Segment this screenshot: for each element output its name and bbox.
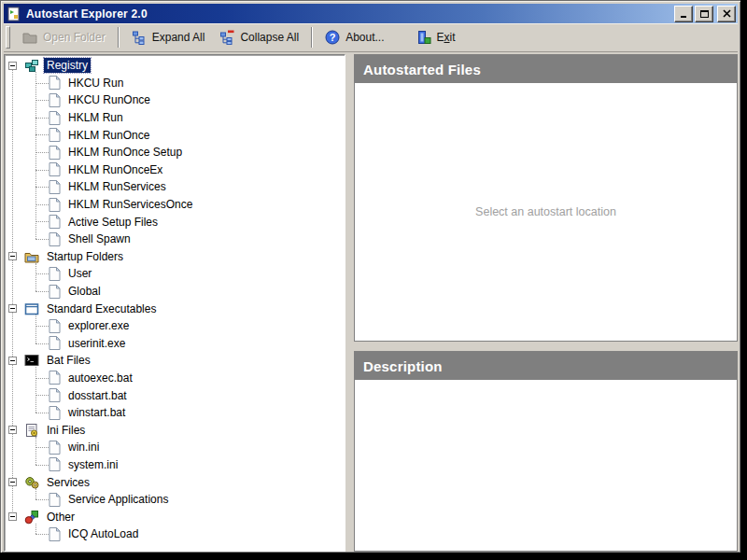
autostart-tree-panel: RegistryHKCU RunHKCU RunOnceHKLM RunHKLM… (4, 54, 345, 552)
autostarted-files-header: Autostarted Files (355, 55, 737, 83)
tree-group-label[interactable]: Ini Files (44, 423, 88, 438)
tree-group-row[interactable]: Standard Executables (5, 300, 345, 317)
maximize-button[interactable] (695, 6, 713, 22)
exit-door-icon (416, 30, 431, 45)
tree-group-label[interactable]: Standard Executables (44, 301, 159, 316)
toolbar-grip[interactable] (6, 26, 10, 49)
tree-item-row[interactable]: dosstart.bat (5, 386, 345, 404)
tree-item-label[interactable]: dosstart.bat (65, 388, 130, 403)
tree-item-row[interactable]: autoexec.bat (5, 370, 345, 387)
tree-item-row[interactable]: winstart.bat (5, 404, 345, 422)
tree-item-label[interactable]: Active Setup Files (65, 215, 161, 230)
title-bar[interactable]: Autostart Explorer 2.0 (4, 4, 738, 23)
expand-collapse-toggle[interactable] (8, 304, 17, 313)
tree-item-row[interactable]: HKLM RunOnce (5, 126, 345, 144)
tree-item-label[interactable]: HKLM Run (65, 110, 126, 125)
tree-connector (35, 170, 49, 171)
page-icon (49, 198, 61, 212)
tree-item-label[interactable]: autoexec.bat (65, 371, 135, 385)
tree-item-row[interactable]: Global (5, 283, 345, 301)
tree-item-label[interactable]: win.ini (65, 440, 102, 455)
tree-group-label[interactable]: Registry (44, 58, 91, 73)
tree-item-row[interactable]: HKCU Run (5, 75, 345, 92)
toolbar-separator (311, 27, 313, 48)
close-button[interactable] (717, 6, 736, 22)
tree-item-label[interactable]: Shell Spawn (65, 231, 134, 246)
tree-item-row[interactable]: HKLM RunOnce Setup (5, 144, 345, 161)
expand-collapse-toggle[interactable] (8, 252, 17, 260)
collapse-all-label: Collapse All (240, 31, 299, 44)
tree-item-row[interactable]: win.ini (5, 439, 345, 456)
tree-group-label[interactable]: Other (44, 510, 78, 525)
expand-collapse-toggle[interactable] (8, 426, 17, 434)
page-icon (49, 388, 61, 402)
tree-item-row[interactable]: HKLM RunServices (5, 178, 345, 196)
tree-group-row[interactable]: Startup Folders (5, 248, 345, 266)
exit-label: Exit (437, 31, 456, 44)
tree-item-row[interactable]: system.ini (5, 456, 345, 474)
gears-icon (24, 475, 39, 490)
tree-item-label[interactable]: HKCU Run (65, 76, 126, 91)
expand-collapse-toggle[interactable] (8, 478, 17, 486)
tree-item-label[interactable]: winstart.bat (65, 405, 128, 420)
tree-item-row[interactable]: HKLM RunOnceEx (5, 161, 345, 179)
vertical-splitter[interactable] (345, 54, 354, 552)
expand-collapse-toggle[interactable] (8, 357, 17, 365)
tree-connector (35, 221, 49, 222)
page-icon (49, 76, 61, 90)
description-panel: Description (354, 351, 738, 552)
tree-item-label[interactable]: HKLM RunServicesOnce (65, 197, 195, 212)
tree-item-label[interactable]: HKLM RunServices (65, 179, 169, 194)
tree-item-row[interactable]: HKLM Run (5, 109, 345, 127)
tree-group-label[interactable]: Startup Folders (44, 249, 126, 264)
exit-button[interactable]: Exit (409, 27, 463, 48)
expand-collapse-toggle[interactable] (8, 512, 17, 521)
collapse-all-button[interactable]: Collapse All (212, 27, 306, 48)
tree-item-row[interactable]: User (5, 265, 345, 283)
tree-item-label[interactable]: ICQ AutoLoad (65, 526, 141, 541)
about-button[interactable]: ? About... (317, 27, 391, 48)
tree-item-label[interactable]: system.ini (65, 457, 120, 472)
tree-group-row[interactable]: Other (5, 508, 345, 525)
open-folder-button[interactable]: Open Folder (15, 27, 113, 48)
tree-item-row[interactable]: ICQ AutoLoad (5, 525, 345, 543)
expand-all-button[interactable]: Expand All (124, 27, 213, 48)
tree-item-label[interactable]: HKLM RunOnce Setup (65, 145, 185, 160)
minimize-button[interactable] (674, 6, 693, 22)
tree-item-label[interactable]: Service Applications (65, 492, 171, 507)
tree-item-row[interactable]: explorer.exe (5, 317, 345, 335)
tree-item-row[interactable]: HKCU RunOnce (5, 91, 345, 109)
tree-group-row[interactable]: Registry (5, 57, 345, 75)
tree-item-label[interactable]: HKLM RunOnceEx (65, 162, 165, 177)
tree-connector (35, 465, 49, 466)
tree-group-row[interactable]: Services (5, 473, 345, 491)
tree-item-row[interactable]: Active Setup Files (5, 213, 345, 231)
tree-group-row[interactable]: Bat Files (5, 352, 345, 370)
tree-group-row[interactable]: Ini Files (5, 421, 345, 439)
tree-item-label[interactable]: Global (65, 284, 104, 299)
tree-item-label[interactable]: HKCU RunOnce (65, 92, 153, 107)
tree-item-row[interactable]: Service Applications (5, 491, 345, 509)
tree-item-label[interactable]: HKLM RunOnce (65, 128, 152, 143)
help-icon: ? (325, 30, 340, 45)
page-icon (49, 267, 61, 281)
page-icon (49, 128, 61, 142)
tree-connector (35, 134, 49, 135)
expand-collapse-toggle[interactable] (8, 62, 17, 70)
tree-item-label[interactable]: User (65, 266, 94, 281)
tree-item-row[interactable]: Shell Spawn (5, 231, 345, 248)
tree-item-row[interactable]: userinit.exe (5, 335, 345, 353)
tree-connector (35, 534, 49, 535)
tree-item-label[interactable]: userinit.exe (65, 336, 128, 351)
tree-connector (35, 152, 49, 153)
tree-item-row[interactable]: HKLM RunServicesOnce (5, 196, 345, 214)
tree-connector (35, 395, 49, 396)
tree-group-label[interactable]: Services (44, 475, 92, 490)
tree-group-label[interactable]: Bat Files (44, 353, 93, 368)
tree-connector (35, 343, 49, 344)
tree-item-label[interactable]: explorer.exe (65, 318, 132, 333)
tree-connector (35, 204, 49, 205)
page-icon (49, 232, 61, 246)
files-placeholder-text: Select an autostart location (475, 205, 616, 218)
autostarted-files-list[interactable]: Select an autostart location (355, 83, 737, 341)
